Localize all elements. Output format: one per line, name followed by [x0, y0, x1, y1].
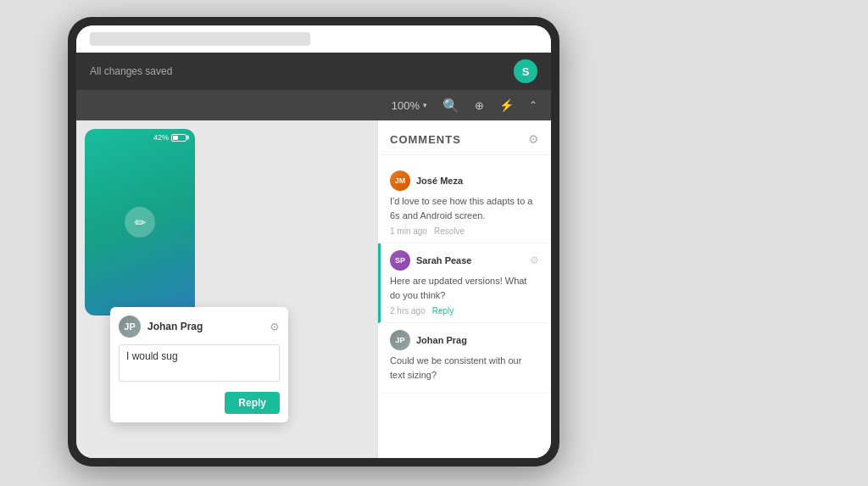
battery-fill: [173, 136, 178, 140]
app-top-bar: [76, 25, 551, 53]
comment-input[interactable]: [119, 344, 280, 382]
comment-item: SP Sarah Pease ⚙ Here are updated versio…: [378, 243, 551, 323]
comment-text: I'd love to see how this adapts to a 6s …: [390, 194, 539, 222]
comments-settings-icon[interactable]: ⚙: [528, 132, 539, 146]
phone-status-bar: 42%: [85, 129, 195, 146]
tablet-screen: All changes saved S 100% ▾ 🔍 ⊕ ⚡ ⌃: [76, 25, 551, 458]
comment-time: 2 hrs ago: [390, 306, 426, 316]
zoom-control[interactable]: 100% ▾: [392, 99, 427, 112]
resolve-button[interactable]: Resolve: [434, 226, 465, 236]
phone-mockup: 42% ✏: [85, 129, 195, 316]
comment-text: Here are updated versions! What do you t…: [390, 274, 539, 302]
comments-header: COMMENTS ⚙: [378, 120, 551, 155]
popup-settings-icon[interactable]: ⚙: [270, 321, 280, 333]
reply-button[interactable]: Reply: [225, 392, 280, 414]
comment-settings-icon[interactable]: ⚙: [530, 254, 539, 266]
comments-list: JM José Meza I'd love to see how this ad…: [378, 155, 551, 458]
main-area: 42% ✏ JP: [76, 120, 551, 458]
comment-avatar: JM: [390, 170, 410, 191]
comment-meta: 2 hrs ago Reply: [390, 306, 539, 316]
comment-avatar: SP: [390, 250, 410, 271]
phone-edit-icon: ✏: [125, 207, 155, 237]
comments-panel: COMMENTS ⚙ JM José Meza I'd love to see …: [377, 120, 551, 458]
popup-username: Johan Prag: [147, 321, 203, 332]
comment-item: JM José Meza I'd love to see how this ad…: [378, 164, 551, 243]
address-bar: [90, 32, 310, 46]
zoom-dropdown-icon: ▾: [423, 101, 427, 109]
comment-user-info: JM José Meza: [390, 170, 463, 191]
popup-footer: Reply: [119, 392, 280, 414]
comment-user-info: JP Johan Prag: [390, 330, 467, 350]
comment-user-info: SP Sarah Pease: [390, 250, 471, 271]
battery-indicator: 42%: [153, 133, 186, 142]
collapse-icon[interactable]: ⌃: [529, 99, 537, 111]
battery-icon: [171, 134, 186, 142]
status-bar: All changes saved S: [76, 53, 551, 90]
battery-cap: [186, 136, 189, 140]
popup-user-info: JP Johan Prag: [119, 316, 203, 338]
comment-popup: JP Johan Prag ⚙ Reply: [110, 307, 288, 422]
zoom-out-icon[interactable]: 🔍: [442, 98, 459, 114]
zoom-level-label: 100%: [392, 99, 420, 112]
comment-username: José Meza: [416, 176, 463, 186]
comment-username: Sarah Pease: [416, 255, 471, 265]
popup-header: JP Johan Prag ⚙: [119, 316, 280, 338]
comment-time: 1 min ago: [390, 226, 427, 236]
comment-user-row: JM José Meza: [390, 170, 539, 191]
user-avatar[interactable]: S: [514, 59, 537, 83]
comment-user-row: JP Johan Prag: [390, 330, 539, 350]
toolbar: 100% ▾ 🔍 ⊕ ⚡ ⌃: [76, 90, 551, 120]
save-status: All changes saved: [90, 65, 514, 77]
comment-item: JP Johan Prag Could we be consistent wit…: [378, 323, 551, 394]
reply-link[interactable]: Reply: [432, 306, 454, 316]
comment-username: Johan Prag: [416, 335, 467, 345]
battery-percent: 42%: [153, 133, 169, 142]
comments-title: COMMENTS: [390, 133, 461, 146]
edit-icon: ✏: [135, 215, 146, 231]
comment-user-row: SP Sarah Pease ⚙: [390, 250, 539, 271]
tablet-frame: All changes saved S 100% ▾ 🔍 ⊕ ⚡ ⌃: [68, 17, 559, 466]
canvas-area: 42% ✏ JP: [76, 120, 377, 458]
comment-text: Could we be consistent with our text siz…: [390, 354, 539, 382]
comment-avatar: JP: [390, 330, 410, 350]
popup-avatar: JP: [119, 316, 141, 338]
comment-meta: 1 min ago Resolve: [390, 226, 539, 236]
zoom-in-icon[interactable]: ⊕: [475, 99, 484, 112]
adjust-icon[interactable]: ⚡: [499, 98, 514, 112]
